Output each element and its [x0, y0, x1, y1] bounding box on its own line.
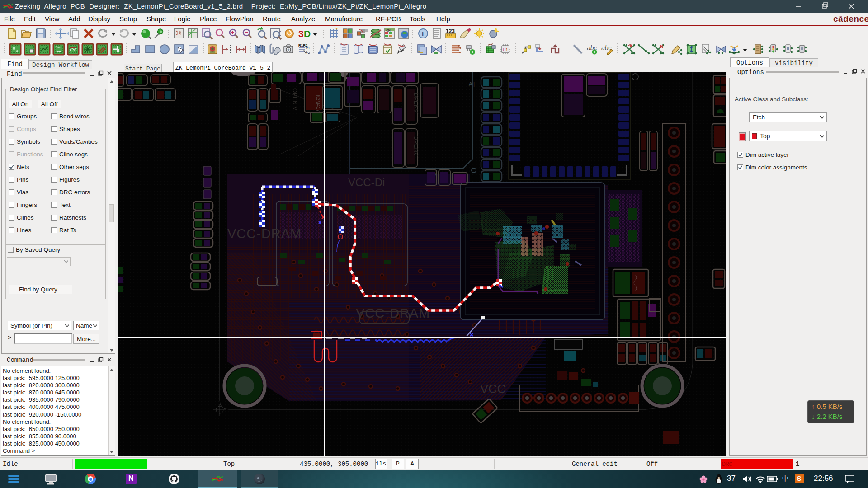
svg-text:U1: U1 — [503, 47, 508, 52]
svg-text:i: i — [422, 30, 424, 38]
svg-text:3: 3 — [298, 28, 304, 39]
svg-text:V1: V1 — [306, 46, 310, 50]
svg-text:123: 123 — [446, 28, 455, 34]
svg-text:V2: V2 — [306, 51, 310, 55]
svg-text:D: D — [304, 28, 311, 39]
svg-text:CM: CM — [386, 28, 391, 33]
